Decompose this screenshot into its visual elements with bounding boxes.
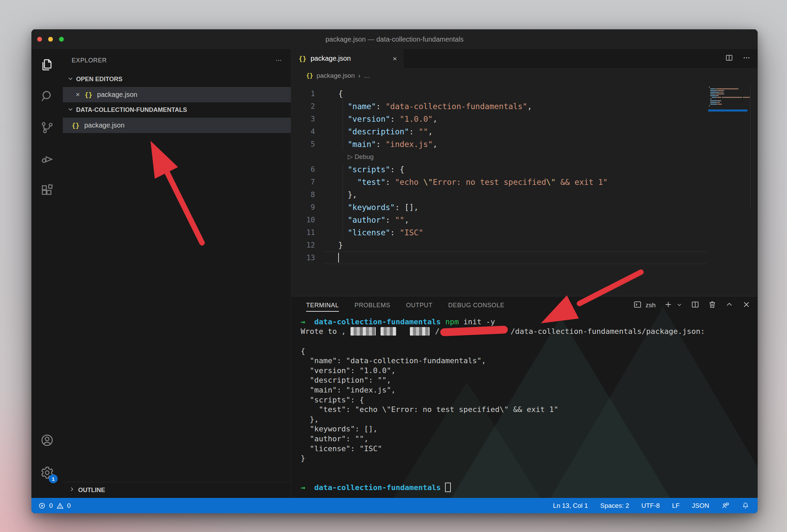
editor-scrollbar[interactable] <box>750 86 750 209</box>
code-line-content[interactable]: "description": "", <box>324 127 433 136</box>
code-line-1[interactable]: 1{ <box>291 87 758 100</box>
code-line-3[interactable]: 3 "version": "1.0.0", <box>291 113 758 125</box>
redacted-pixelated-block <box>381 327 396 336</box>
notifications-bell-icon[interactable] <box>742 502 749 509</box>
prompt-arrow: → <box>301 317 314 326</box>
activity-item-search[interactable] <box>33 83 61 110</box>
source-control-icon <box>40 120 54 135</box>
code-line-11[interactable]: 11 "license": "ISC" <box>291 226 758 239</box>
code-editor[interactable]: 1{2 "name": "data-collection-fundamental… <box>291 83 758 296</box>
panel-tab-output[interactable]: OUTPUT <box>406 296 433 314</box>
status-item-utf-8[interactable]: UTF-8 <box>641 502 660 509</box>
code-line-12[interactable]: 12} <box>291 239 758 251</box>
indent-guide <box>343 176 343 188</box>
activity-item-explorer[interactable] <box>33 51 61 78</box>
panel-tab-debug-console[interactable]: DEBUG CONSOLE <box>448 296 504 314</box>
close-panel-icon[interactable] <box>742 300 751 310</box>
terminal-panel: TERMINALPROBLEMSOUTPUTDEBUG CONSOLE zsh … <box>291 296 758 498</box>
open-editor-file-label: package.json <box>97 91 138 99</box>
feedback-icon[interactable] <box>721 502 729 509</box>
code-line-content[interactable]: "scripts": { <box>324 165 404 174</box>
code-line-content[interactable]: "author": "", <box>324 216 409 224</box>
indent-guide <box>343 113 343 125</box>
open-editor-item-package-json[interactable]: × {} package.json <box>63 87 291 102</box>
line-number: 1 <box>291 90 324 98</box>
breadcrumb-more[interactable]: … <box>364 72 370 79</box>
code-line-content[interactable]: }, <box>324 190 357 199</box>
activity-item-accounts[interactable] <box>40 433 55 448</box>
panel-tab-terminal[interactable]: TERMINAL <box>306 296 339 314</box>
code-line-content[interactable]: { <box>324 89 343 98</box>
explorer-sidebar: EXPLORER ⋯ OPEN EDITORS × {} package.jso… <box>63 49 291 498</box>
launch-profile-chevron-icon[interactable] <box>676 301 683 309</box>
folder-section-header[interactable]: DATA-COLLECTION-FUNDAMENTALS <box>63 102 291 118</box>
code-line-content[interactable]: "test": "echo \"Error: no test specified… <box>324 178 607 187</box>
tab-package-json[interactable]: {} package.json × <box>291 49 403 68</box>
activity-item-extensions[interactable] <box>33 177 61 204</box>
prompt-arrow: → <box>301 483 314 492</box>
activity-bar: 1 <box>31 49 63 498</box>
file-item-package-json[interactable]: {} package.json <box>63 118 291 133</box>
line-number: 11 <box>291 228 324 237</box>
editor-cursor <box>338 253 339 263</box>
sidebar-more-actions-icon[interactable]: ⋯ <box>275 57 282 64</box>
editor-more-actions-icon[interactable] <box>742 54 751 63</box>
code-line-content[interactable]: "license": "ISC" <box>324 228 423 237</box>
terminal-output[interactable]: → data-collection-fundamentals npm init … <box>301 317 751 492</box>
window-titlebar[interactable]: package.json — data-collection-fundament… <box>31 29 758 49</box>
extensions-icon <box>40 183 54 197</box>
terminal-command-line: → data-collection-fundamentals npm init … <box>301 317 751 327</box>
activity-item-settings[interactable]: 1 <box>40 466 55 481</box>
split-editor-icon[interactable] <box>725 54 733 63</box>
code-line-content[interactable]: "main": "index.js", <box>324 140 438 149</box>
run-debug-icon <box>40 152 54 166</box>
code-line-content[interactable]: "version": "1.0.0", <box>324 115 438 123</box>
panel-tab-problems[interactable]: PROBLEMS <box>355 296 390 314</box>
shell-label[interactable]: zsh <box>645 301 656 309</box>
new-terminal-icon[interactable] <box>664 300 673 310</box>
minimap[interactable] <box>708 87 747 109</box>
split-terminal-icon[interactable] <box>691 300 700 310</box>
status-item-ln-13-col-1[interactable]: Ln 13, Col 1 <box>553 502 588 509</box>
kill-terminal-trash-icon[interactable] <box>708 300 717 310</box>
status-item-lf[interactable]: LF <box>672 502 679 509</box>
outline-section-header[interactable]: OUTLINE <box>63 482 291 498</box>
code-line-8[interactable]: 8 }, <box>291 188 758 201</box>
indent-guide <box>343 188 343 201</box>
code-line-content[interactable]: "keywords": [], <box>324 203 418 212</box>
line-number: 12 <box>291 241 324 249</box>
code-line-4[interactable]: 4 "description": "", <box>291 125 758 138</box>
problems-status[interactable]: 0 0 <box>38 502 71 509</box>
code-line-content[interactable]: } <box>324 241 343 250</box>
codelens-label[interactable]: ▷ Debug <box>324 153 374 161</box>
terminal-cursor <box>445 483 451 492</box>
code-line-7[interactable]: 7 "test": "echo \"Error: no test specifi… <box>291 176 758 188</box>
code-line-content[interactable]: "name": "data-collection-fundamentals", <box>324 102 532 111</box>
prompt-cwd: data-collection-fundamentals <box>314 317 445 326</box>
code-line-13[interactable]: 13 <box>291 251 758 264</box>
code-line-9[interactable]: 9 "keywords": [], <box>291 201 758 213</box>
wrote-prefix: Wrote to , <box>301 327 350 336</box>
terminal-json-line: "test": "echo \"Error: no test specified… <box>301 404 751 414</box>
close-tab-icon[interactable]: × <box>393 55 397 63</box>
status-item-json[interactable]: JSON <box>692 502 709 509</box>
breadcrumb-separator: › <box>358 72 360 79</box>
open-editors-section-header[interactable]: OPEN EDITORS <box>63 72 291 87</box>
command-args: init -y <box>459 317 495 326</box>
code-line-10[interactable]: 10 "author": "", <box>291 213 758 226</box>
warning-icon <box>56 502 64 509</box>
code-line-2[interactable]: 2 "name": "data-collection-fundamentals"… <box>291 100 758 113</box>
breadcrumb-file[interactable]: package.json <box>316 72 355 79</box>
path-fragment: / <box>435 327 440 336</box>
close-editor-icon[interactable]: × <box>76 91 80 99</box>
maximize-panel-chevron-icon[interactable] <box>725 300 734 310</box>
activity-item-source-control[interactable] <box>33 114 61 141</box>
line-number: 8 <box>291 191 324 199</box>
indent-guide <box>343 138 343 150</box>
code-line-6[interactable]: 6 "scripts": { <box>291 163 758 176</box>
activity-item-run-debug[interactable] <box>33 145 61 173</box>
codelens-debug[interactable]: ▷ Debug <box>291 150 758 163</box>
line-number: 10 <box>291 216 324 224</box>
code-line-5[interactable]: 5 "main": "index.js", <box>291 138 758 150</box>
status-item-spaces-2[interactable]: Spaces: 2 <box>600 502 629 509</box>
